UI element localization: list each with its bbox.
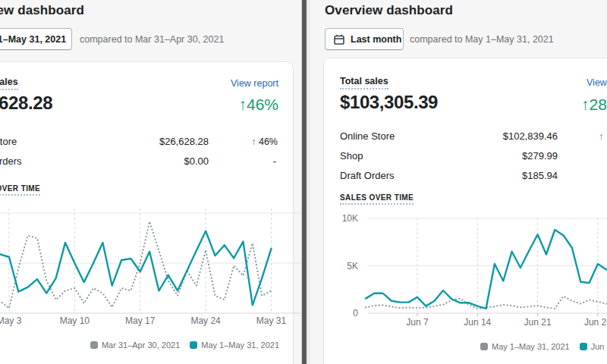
- date-range-button[interactable]: May 1–May 31, 2021: [0, 28, 72, 50]
- svg-text:May 24: May 24: [190, 315, 221, 326]
- legend-label: May 1–May 31, 2021: [492, 342, 570, 351]
- date-range-label: May 1–May 31, 2021: [0, 34, 66, 45]
- total-sales-value: $103,305.39: [340, 92, 438, 113]
- up-arrow-icon: ↑: [599, 131, 603, 142]
- svg-text:10K: 10K: [342, 213, 358, 224]
- left-dashboard-window: Overview dashboard May 1–May 31, 2021 co…: [0, 0, 301, 364]
- svg-text:May 31: May 31: [256, 315, 287, 326]
- legend-item: May 1–May 31, 2021: [480, 342, 570, 351]
- total-sales-change: ↑46%: [238, 96, 278, 114]
- legend-label: Mar 31–Apr 30, 2021: [102, 340, 180, 350]
- legend-swatch-icon: [480, 343, 488, 350]
- chart-legend: May 1–May 31, 2021Jun 1–Jun 30, 2021: [480, 342, 607, 351]
- sales-row-label: Online Store: [0, 136, 17, 147]
- up-arrow-icon: ↑: [238, 96, 247, 113]
- svg-text:May 17: May 17: [125, 315, 156, 326]
- sales-row-value: $102,839.46: [503, 130, 558, 142]
- sales-row-change: -: [273, 155, 276, 167]
- total-sales-label[interactable]: Total sales: [340, 76, 388, 89]
- calendar-icon: [333, 33, 345, 46]
- date-range-label: Last month: [351, 34, 401, 45]
- sales-row-value: $26,628.28: [159, 136, 209, 147]
- up-arrow-icon: ↑: [581, 96, 590, 113]
- legend-swatch-icon: [90, 341, 98, 349]
- change-value: 28: [590, 96, 607, 113]
- compared-to-text: compared to May 1–May 31, 2021: [410, 34, 554, 45]
- sales-over-time-chart: 05K10KJun 7Jun 14Jun 21Jun 28: [310, 193, 607, 334]
- change-value: 46%: [259, 136, 278, 147]
- svg-text:May 10: May 10: [60, 315, 90, 326]
- legend-swatch-icon: [190, 341, 197, 349]
- total-sales-value: $26,628.28: [0, 93, 52, 114]
- sales-over-time-chart: May 3May 10May 17May 24May 31: [0, 193, 301, 334]
- right-dashboard-window: Overview dashboard Last month compared t…: [310, 0, 607, 364]
- compared-to-text: compared to Mar 31–Apr 30, 2021: [80, 34, 224, 45]
- svg-text:0: 0: [353, 308, 358, 318]
- total-sales-change: ↑28: [581, 96, 607, 114]
- sales-row-value: $185.94: [522, 170, 558, 181]
- sales-row-label: Draft Orders: [0, 155, 22, 167]
- legend-item: Mar 31–Apr 30, 2021: [90, 340, 180, 350]
- view-report-link[interactable]: View report: [231, 78, 278, 89]
- date-range-button[interactable]: Last month: [325, 28, 404, 50]
- sales-row-label: Shop: [340, 150, 363, 162]
- svg-text:Jun 14: Jun 14: [464, 317, 491, 328]
- legend-item: Jun 1–Jun 30, 2021: [580, 342, 607, 351]
- svg-text:Jun 7: Jun 7: [406, 317, 429, 328]
- sales-row-value: $279.99: [522, 150, 558, 162]
- chart-legend: Mar 31–Apr 30, 2021May 1–May 31, 2021: [90, 340, 279, 350]
- legend-label: May 1–May 31, 2021: [201, 340, 279, 350]
- svg-text:May 3: May 3: [0, 315, 22, 326]
- legend-item: May 1–May 31, 2021: [190, 340, 279, 350]
- page-title: Overview dashboard: [325, 3, 453, 18]
- sales-row-value: $0.00: [184, 155, 209, 167]
- page-title: Overview dashboard: [0, 3, 84, 18]
- view-report-link[interactable]: View report: [587, 77, 607, 88]
- sales-row-change: ↑ 46%: [251, 136, 278, 147]
- svg-text:Jun 21: Jun 21: [524, 317, 552, 328]
- svg-text:Jun 28: Jun 28: [584, 317, 607, 328]
- legend-label: Jun 1–Jun 30, 2021: [591, 342, 607, 351]
- svg-text:5K: 5K: [347, 261, 358, 271]
- up-arrow-icon: ↑: [251, 136, 256, 147]
- window-divider: [301, 0, 310, 364]
- legend-swatch-icon: [580, 343, 587, 350]
- sales-row-label: Online Store: [340, 130, 395, 142]
- sales-row-change: ↑: [599, 131, 603, 142]
- total-sales-label[interactable]: Total sales: [0, 77, 18, 90]
- change-value: 46%: [247, 96, 278, 113]
- sales-row-label: Draft Orders: [340, 170, 395, 181]
